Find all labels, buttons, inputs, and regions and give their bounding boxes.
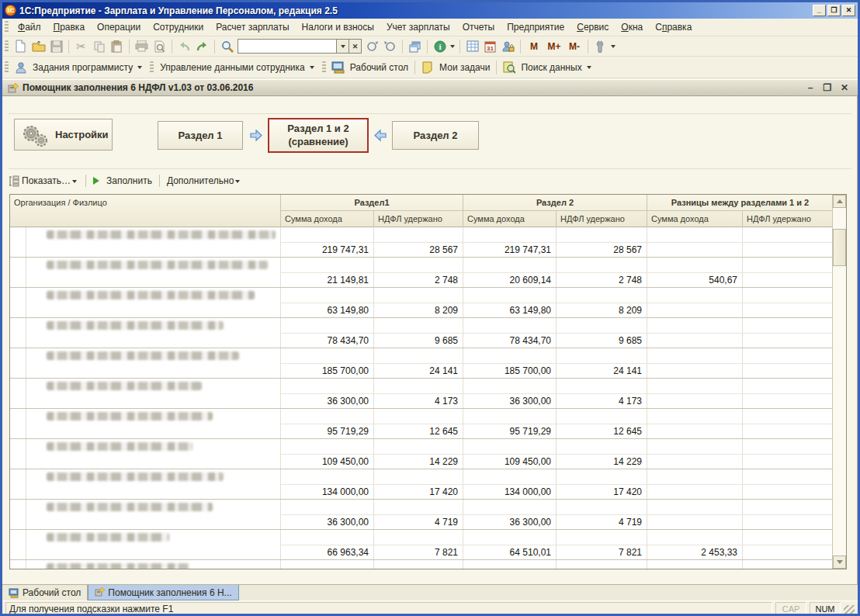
employee-data-caret[interactable] <box>310 66 314 71</box>
desktop-panel-label[interactable]: Рабочий стол <box>347 62 411 73</box>
column-header-tax[interactable]: НДФЛ удержано <box>556 211 647 227</box>
column-header-section2[interactable]: Раздел 2 <box>463 195 647 211</box>
column-header-differences[interactable]: Разницы между разделами 1 и 2 <box>647 195 833 211</box>
mdi-window-titlebar[interactable]: Помощник заполнения 6 НДФЛ v1.03 от 03.0… <box>2 79 858 96</box>
data-search-icon[interactable] <box>500 59 518 75</box>
tab-ndfl-assistant[interactable]: Помощник заполнения 6 Н... <box>88 585 238 600</box>
paste-button[interactable] <box>108 38 126 54</box>
table-row[interactable]: 78 434,709 68578 434,709 685 <box>10 317 833 348</box>
menu-item[interactable]: Справка <box>649 19 698 35</box>
search-clear-button[interactable]: ✕ <box>349 39 362 54</box>
copy-button[interactable] <box>90 38 108 54</box>
table-row[interactable]: 66 963,347 82164 510,017 8212 453,33 <box>10 529 833 559</box>
column-header-section1[interactable]: Раздел1 <box>280 195 463 211</box>
print-button[interactable] <box>133 38 151 54</box>
column-header-income[interactable]: Сумма дохода <box>280 211 373 227</box>
info-icon[interactable]: i <box>431 38 449 54</box>
mdi-minimize-button[interactable]: – <box>802 82 819 93</box>
programmer-tasks-label[interactable]: Задания программисту <box>29 62 136 73</box>
windows-icon[interactable] <box>406 38 424 54</box>
more-button[interactable]: Дополнительно <box>162 175 246 186</box>
menu-item[interactable]: Налоги и взносы <box>296 19 380 35</box>
my-tasks-label[interactable]: Мои задачи <box>436 62 493 73</box>
table-row[interactable] <box>10 559 833 569</box>
search-input[interactable] <box>238 39 337 54</box>
column-header-tax[interactable]: НДФЛ удержано <box>373 211 463 227</box>
open-document-button[interactable] <box>29 38 47 54</box>
programmer-tasks-caret[interactable] <box>137 66 142 71</box>
data-search-label[interactable]: Поиск данных <box>518 62 584 73</box>
table-row[interactable]: 219 747,3128 567219 747,3128 567 <box>10 227 833 257</box>
table-row[interactable]: 21 149,812 74820 609,142 748540,67 <box>10 257 833 287</box>
print-preview-button[interactable] <box>151 38 168 54</box>
mdi-restore-button[interactable]: ❐ <box>819 82 836 93</box>
table-row[interactable]: 36 300,004 71936 300,004 719 <box>10 499 833 529</box>
table-row[interactable]: 134 000,0017 420134 000,0017 420 <box>10 469 833 499</box>
section1and2-compare-button[interactable]: Раздел 1 и 2 (сравнение) <box>268 118 369 153</box>
find-next-icon[interactable] <box>363 38 381 54</box>
table-row[interactable]: 36 300,004 17336 300,004 173 <box>10 378 833 408</box>
menu-item[interactable]: Сотрудники <box>147 19 210 35</box>
table-row[interactable]: 63 149,808 20963 149,808 209 <box>10 287 833 317</box>
service-wrench-icon[interactable] <box>591 38 609 54</box>
my-tasks-icon[interactable] <box>418 59 436 75</box>
redo-icon[interactable] <box>193 38 211 54</box>
menu-item[interactable]: Расчет зарплаты <box>210 19 295 35</box>
memory-minus-button[interactable]: M- <box>564 41 584 52</box>
data-search-caret[interactable] <box>587 66 591 71</box>
tab-desktop[interactable]: Рабочий стол <box>2 585 88 600</box>
service-dropdown-caret[interactable] <box>611 45 616 50</box>
column-header-income[interactable]: Сумма дохода <box>647 211 742 227</box>
scroll-down-button[interactable] <box>833 555 846 569</box>
toolbar-grip[interactable] <box>5 40 9 53</box>
new-document-button[interactable] <box>12 38 29 54</box>
menu-item[interactable]: Предприятие <box>501 19 570 35</box>
menu-item[interactable]: Правка <box>47 19 92 35</box>
cut-button[interactable]: ✂ <box>72 38 90 54</box>
programmer-tasks-icon[interactable] <box>12 59 29 75</box>
search-icon[interactable] <box>218 38 236 54</box>
menu-item[interactable]: Сервис <box>570 19 615 35</box>
search-dropdown-button[interactable] <box>337 39 349 54</box>
menu-item[interactable]: Отчеты <box>456 19 501 35</box>
table-row[interactable]: 109 450,0014 229109 450,0014 229 <box>10 438 833 469</box>
resize-grip[interactable] <box>844 605 855 616</box>
memory-plus-button[interactable]: M+ <box>544 41 564 52</box>
scrollbar-thumb[interactable] <box>833 229 846 266</box>
menu-item[interactable]: Операции <box>91 19 147 35</box>
fill-button[interactable]: Заполнить <box>88 175 157 186</box>
toolbar-grip[interactable] <box>5 21 9 33</box>
scroll-up-button[interactable] <box>833 195 846 208</box>
toolbar-grip[interactable] <box>150 61 154 74</box>
maximize-button[interactable]: ❐ <box>827 5 841 16</box>
calendar-icon[interactable]: 31 <box>481 38 499 54</box>
table-row[interactable]: 185 700,0024 141185 700,0024 141 <box>10 348 833 378</box>
column-header-income[interactable]: Сумма дохода <box>463 211 556 227</box>
employee-data-label[interactable]: Управление данными сотрудника <box>157 62 308 73</box>
column-header-entity[interactable]: Организация / Физлицо <box>10 195 280 227</box>
undo-icon[interactable] <box>175 38 193 54</box>
vertical-scrollbar[interactable] <box>832 195 846 569</box>
desktop-icon[interactable] <box>329 59 347 75</box>
mdi-close-button[interactable]: ✕ <box>836 82 853 93</box>
title-bar[interactable]: 1С 1С:Предприятие - Зарплата и Управлени… <box>2 2 858 19</box>
close-button[interactable]: ✕ <box>842 5 855 16</box>
menu-item[interactable]: Учет зарплаты <box>380 19 456 35</box>
section1-button[interactable]: Раздел 1 <box>158 121 243 150</box>
minimize-button[interactable]: _ <box>813 5 826 16</box>
user-lock-icon[interactable] <box>499 38 517 54</box>
table-row[interactable]: 95 719,2912 64595 719,2912 645 <box>10 408 833 438</box>
toolbar-grip[interactable] <box>5 61 9 74</box>
menu-item[interactable]: Окна <box>615 19 649 35</box>
memory-recall-button[interactable]: M <box>524 41 544 52</box>
search-combobox[interactable]: ✕ <box>238 39 362 54</box>
toolbar-grip[interactable] <box>322 61 326 74</box>
info-dropdown-caret[interactable] <box>450 45 455 50</box>
save-button[interactable] <box>47 38 65 54</box>
find-previous-icon[interactable] <box>381 38 399 54</box>
section2-button[interactable]: Раздел 2 <box>392 121 479 150</box>
menu-item[interactable]: Файл <box>12 19 47 35</box>
table-board-icon[interactable] <box>463 38 481 54</box>
show-button[interactable]: Показать… <box>22 175 83 186</box>
column-header-tax[interactable]: НДФЛ удержано <box>742 211 833 227</box>
